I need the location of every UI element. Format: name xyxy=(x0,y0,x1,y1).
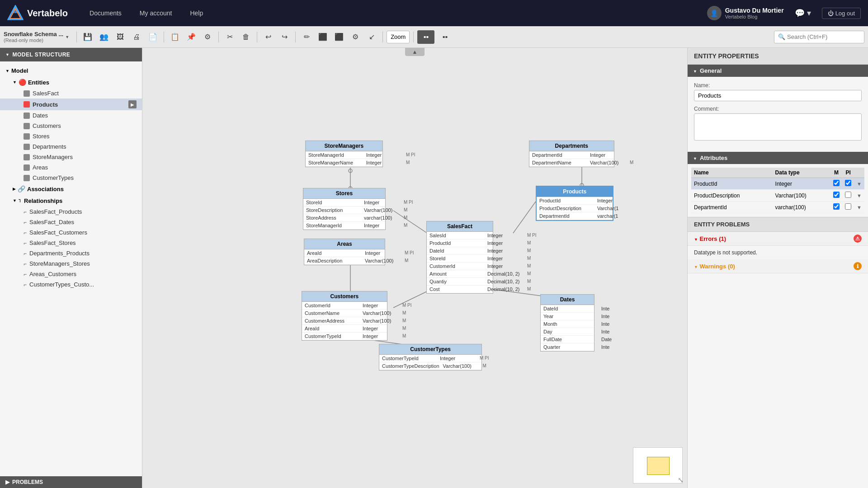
collapse-model-icon[interactable] xyxy=(5,52,9,57)
doc-button[interactable]: 📄 xyxy=(146,30,160,44)
attr-m-productid[interactable] xyxy=(830,178,842,190)
nav-myaccount[interactable]: My account xyxy=(136,8,176,19)
er-table-salesfact[interactable]: SalesFact SalesId Integer M PI ProductId… xyxy=(426,221,493,294)
sidebar-item-storemanagers[interactable]: StoreManagers xyxy=(0,152,142,162)
entities-collapse-icon[interactable] xyxy=(13,80,17,84)
sidebar-item-departments[interactable]: Departments xyxy=(0,141,142,152)
edit-button[interactable]: ✏ xyxy=(299,30,314,44)
assoc-collapse-icon[interactable] xyxy=(13,187,16,191)
sidebar-rel-sf-cust[interactable]: ⌐ SalesFact_Customers xyxy=(0,227,142,238)
attr-m-deptid[interactable] xyxy=(830,202,842,213)
something-button[interactable]: ⚙ xyxy=(200,30,215,44)
sidebar-rel-ct-custo[interactable]: ⌐ CustomerTypes_Custo... xyxy=(0,279,142,290)
attr-dd-productid[interactable]: ▼ xyxy=(854,178,864,190)
comment-textarea[interactable] xyxy=(694,113,862,141)
er-table-dates[interactable]: Dates DateId Inte Year Inte Month Inte D… xyxy=(540,294,594,352)
problems-bar[interactable]: ▶ PROBLEMS xyxy=(0,476,142,488)
align-right-button[interactable]: ⬛ xyxy=(332,30,346,44)
products-expand-btn[interactable]: ▶ xyxy=(128,100,137,108)
zoom-button[interactable]: Zoom xyxy=(387,31,410,43)
er-row: Quarter Inte xyxy=(541,343,594,351)
rel-sf-dates-label: SalesFact_Dates xyxy=(29,219,74,225)
doc-chevron-icon[interactable] xyxy=(65,34,69,39)
sidebar-rel-areas-cust[interactable]: ⌐ Areas_Customers xyxy=(0,269,142,279)
nav-help[interactable]: Help xyxy=(186,8,207,19)
attr-name-productid: ProductId xyxy=(691,178,773,190)
ep-title: ENTITY PROBLEMS xyxy=(688,217,868,232)
sidebar-item-customertypes[interactable]: CustomerTypes xyxy=(0,173,142,183)
resize-handle[interactable]: ⤡ xyxy=(678,476,684,484)
salesfact-label: SalesFact xyxy=(33,90,59,97)
sidebar-item-salesfact[interactable]: SalesFact xyxy=(0,88,142,99)
associations-label: Associations xyxy=(27,186,64,192)
model-label: Model xyxy=(11,67,28,74)
logout-button[interactable]: ⏻ Log out xyxy=(822,8,861,19)
paste-button[interactable]: 📌 xyxy=(184,30,198,44)
relationships-group[interactable]: ⌐ Relationships xyxy=(0,195,142,206)
view1-button[interactable]: ▪▪ xyxy=(417,30,434,44)
er-table-departments[interactable]: Departments DepartmentId Integer Departm… xyxy=(529,141,614,167)
attr-pi-deptid[interactable] xyxy=(842,202,854,213)
sidebar-rel-sf-stores[interactable]: ⌐ SalesFact_Stores xyxy=(0,238,142,248)
sidebar-item-dates[interactable]: Dates xyxy=(0,110,142,121)
sidebar-header: MODEL STRUCTURE xyxy=(0,48,142,61)
sidebar-item-areas[interactable]: Areas xyxy=(0,162,142,173)
sidebar-rel-dept-prod[interactable]: ⌐ Departments_Products xyxy=(0,248,142,258)
sidebar-rel-sm-stores[interactable]: ⌐ StoreManagers_Stores xyxy=(0,258,142,269)
corner-button[interactable]: ↙ xyxy=(364,30,379,44)
attr-dd-productdesc[interactable]: ▼ xyxy=(854,190,864,202)
er-table-products[interactable]: Products ProductId Integer ProductDescri… xyxy=(536,186,613,221)
delete-button[interactable]: 🗑 xyxy=(239,30,253,44)
copy-button[interactable]: 📋 xyxy=(168,30,182,44)
comments-icon[interactable]: 💬 ▾ xyxy=(791,6,815,20)
attr-m-productdesc[interactable] xyxy=(830,190,842,202)
sidebar-rel-sf-dates[interactable]: ⌐ SalesFact_Dates xyxy=(0,217,142,227)
image-button[interactable]: 🖼 xyxy=(113,30,127,44)
sidebar-rel-sf-prod[interactable]: ⌐ SalesFact_Products xyxy=(0,206,142,217)
attributes-section-header[interactable]: Attributes xyxy=(688,152,868,164)
view2-button[interactable]: ▪▪ xyxy=(436,30,453,44)
attr-row-deptid[interactable]: DepartmentId varchar(100) ▼ xyxy=(691,202,864,213)
attr-dd-deptid[interactable]: ▼ xyxy=(854,202,864,213)
attr-row-productid[interactable]: ProductId Integer ▼ xyxy=(691,178,864,190)
sidebar-item-customers[interactable]: Customers xyxy=(0,121,142,131)
entities-group[interactable]: 🔴 Entities xyxy=(0,76,142,88)
model-collapse-icon[interactable] xyxy=(5,69,9,73)
er-table-stores[interactable]: Stores StoreId Integer M PI StoreDescrip… xyxy=(303,188,386,230)
align-left-button[interactable]: ⬛ xyxy=(316,30,330,44)
undo-button[interactable]: ↩ xyxy=(261,30,275,44)
er-table-storemanagers[interactable]: StoreManagers StoreManagerId Integer M P… xyxy=(305,141,383,167)
save-button[interactable]: 💾 xyxy=(80,30,95,44)
general-section-header[interactable]: General xyxy=(688,65,868,77)
attr-pi-productdesc[interactable] xyxy=(842,190,854,202)
nav-documents[interactable]: Documents xyxy=(86,8,125,19)
er-row: AreaId Integer M xyxy=(302,325,387,333)
name-input[interactable] xyxy=(694,90,862,101)
sep6 xyxy=(382,32,383,42)
redo-button[interactable]: ↪ xyxy=(277,30,292,44)
areas-icon xyxy=(24,164,30,171)
errors-header[interactable]: Errors (1) ⚠ xyxy=(688,232,868,246)
model-group[interactable]: Model xyxy=(0,65,142,76)
er-table-customertypes[interactable]: CustomerTypes CustomerTypeId Integer M P… xyxy=(379,344,482,371)
er-row: StoreAddress varchar(100) M xyxy=(303,214,385,222)
er-table-areas[interactable]: Areas AreaId Integer M PI AreaDescriptio… xyxy=(304,239,385,265)
er-table-customers[interactable]: Customers CustomerId Integer M PI Custom… xyxy=(302,291,387,341)
sidebar-item-stores[interactable]: Stores xyxy=(0,131,142,141)
sidebar-item-products[interactable]: Products ▶ xyxy=(0,99,142,110)
rel-collapse-icon[interactable] xyxy=(13,198,17,203)
canvas-area[interactable]: ▲ StoreManagers xyxy=(142,48,687,488)
print-button[interactable]: 🖨 xyxy=(129,30,144,44)
search-input[interactable] xyxy=(787,33,859,40)
attr-pi-productid[interactable] xyxy=(842,178,854,190)
attr-th-name: Name xyxy=(691,168,773,178)
customers-icon xyxy=(24,123,30,129)
rel-ct-custo-label: CustomerTypes_Custo... xyxy=(29,281,94,288)
canvas-scroll-up[interactable]: ▲ xyxy=(405,48,425,56)
layout-button[interactable]: ⚙ xyxy=(348,30,363,44)
warnings-header[interactable]: Warnings (0) ℹ xyxy=(688,259,868,273)
share-button[interactable]: 👥 xyxy=(97,30,111,44)
associations-group[interactable]: 🔗 Associations xyxy=(0,183,142,195)
cut-button[interactable]: ✂ xyxy=(222,30,237,44)
attr-row-productdesc[interactable]: ProductDescription Varchar(100) ▼ xyxy=(691,190,864,202)
